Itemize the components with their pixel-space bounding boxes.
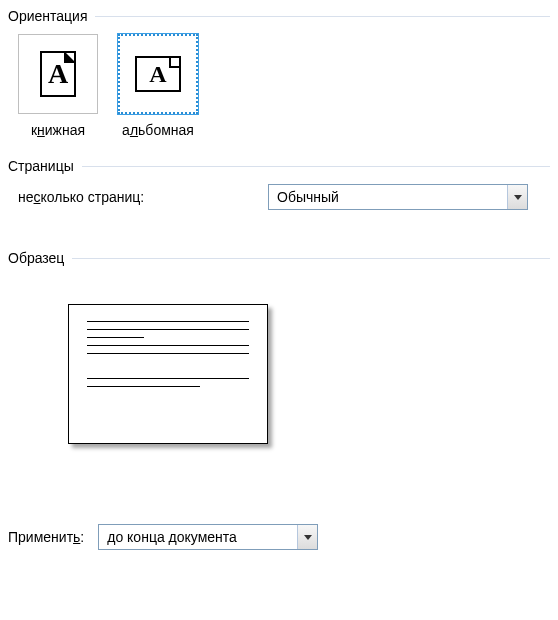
sample-page-icon bbox=[68, 304, 268, 444]
sample-group: Образец bbox=[8, 250, 550, 504]
orientation-title: Ориентация bbox=[8, 8, 87, 24]
portrait-icon: A bbox=[18, 34, 98, 114]
pages-multiple-label: несколько страниц: bbox=[18, 189, 248, 205]
apply-label: Применить: bbox=[8, 529, 84, 545]
orientation-group: Ориентация A книжная A альбомная bbox=[8, 8, 550, 138]
landscape-label: альбомная bbox=[122, 122, 194, 138]
orientation-landscape-button[interactable]: A альбомная bbox=[118, 34, 198, 138]
orientation-options: A книжная A альбомная bbox=[8, 34, 550, 138]
chevron-down-icon bbox=[507, 185, 527, 209]
portrait-label: книжная bbox=[31, 122, 85, 138]
orientation-portrait-button[interactable]: A книжная bbox=[18, 34, 98, 138]
pages-multiple-value: Обычный bbox=[269, 185, 507, 209]
pages-title: Страницы bbox=[8, 158, 74, 174]
chevron-down-icon bbox=[297, 525, 317, 549]
sample-header: Образец bbox=[8, 250, 550, 266]
pages-header: Страницы bbox=[8, 158, 550, 174]
sample-preview bbox=[8, 276, 550, 504]
landscape-icon: A bbox=[118, 34, 198, 114]
divider bbox=[95, 16, 550, 17]
pages-group: Страницы несколько страниц: Обычный bbox=[8, 158, 550, 210]
pages-multiple-row: несколько страниц: Обычный bbox=[8, 184, 550, 210]
apply-value: до конца документа bbox=[99, 525, 297, 549]
apply-row: Применить: до конца документа bbox=[8, 524, 550, 550]
divider bbox=[82, 166, 550, 167]
sample-title: Образец bbox=[8, 250, 64, 266]
orientation-header: Ориентация bbox=[8, 8, 550, 24]
pages-multiple-combo[interactable]: Обычный bbox=[268, 184, 528, 210]
apply-combo[interactable]: до конца документа bbox=[98, 524, 318, 550]
divider bbox=[72, 258, 550, 259]
